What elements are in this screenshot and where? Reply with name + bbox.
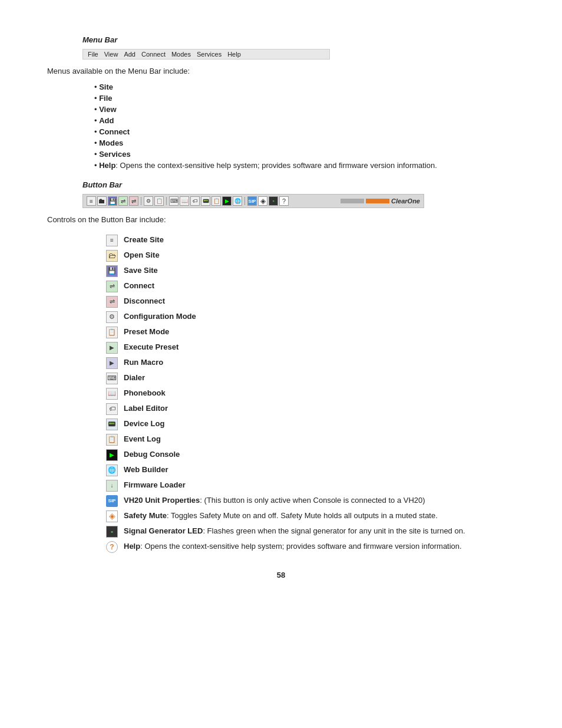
menu-bar-title: Menu Bar [82,35,515,44]
list-item-event-log: 📋 Event Log [106,434,515,446]
button-bar-title: Button Bar [82,180,515,189]
list-item: Add [94,116,515,125]
list-item-debug-console: ▶ Debug Console [106,449,515,461]
menu-bar-image: File View Add Connect Modes Services Hel… [82,49,330,60]
execute-preset-list-icon: ▶ [106,342,118,354]
menu-view[interactable]: View [104,51,118,58]
phonebook-list-icon: 📖 [106,388,118,400]
list-item-firmware-loader: ↓ Firmware Loader [106,480,515,492]
safety-mute-icon[interactable]: ◈ [258,196,267,206]
connect-list-icon: ⇌ [106,281,118,292]
disconnect-list-icon: ⇌ [106,296,118,308]
list-item: View [94,105,515,114]
save-site-list-icon: 💾 [106,265,118,277]
create-site-icon[interactable]: ≡ [87,196,96,206]
menu-intro-text: Menus available on the Menu Bar include: [47,67,515,75]
list-item: Services [94,150,515,159]
event-log-list-icon: 📋 [106,434,118,446]
list-item-open-site: 🗁 Open Site [106,250,515,262]
separator [166,197,167,205]
debug-console-list-icon: ▶ [106,449,118,461]
open-site-icon[interactable]: 🖿 [97,196,107,206]
preset-mode-list-icon: 📋 [106,327,118,338]
list-item-signal-gen: ▪ Signal Generator LED: Flashes green wh… [106,526,515,538]
run-macro-list-icon: ▶ [106,357,118,369]
signal-gen-icon[interactable]: ▪ [269,196,278,206]
button-items-list: ≡ Create Site 🗁 Open Site 💾 Save Site ⇌ … [47,235,515,553]
save-site-icon[interactable]: 💾 [108,196,117,206]
dialer-icon[interactable]: ⌨ [169,196,178,206]
list-item-safety-mute: ◈ Safety Mute: Toggles Safety Mute on an… [106,510,515,522]
connect-icon[interactable]: ⇌ [118,196,128,206]
button-bar-image-container: ≡ 🖿 💾 ⇌ ⇌ ⚙ 📋 ⌨ 📖 🏷 📟 📋 ▶ 🌐 SIP ◈ ▪ ? [82,194,515,208]
list-item-web-builder: 🌐 Web Builder [106,465,515,476]
open-site-list-icon: 🗁 [106,250,118,262]
list-item-execute-preset: ▶ Execute Preset [106,342,515,354]
separator [141,197,141,205]
disconnect-icon[interactable]: ⇌ [129,196,138,206]
list-item: Modes [94,139,515,147]
device-log-icon[interactable]: 📟 [201,196,210,206]
phonebook-icon[interactable]: 📖 [180,196,189,206]
preset-mode-icon[interactable]: 📋 [154,196,164,206]
vh20-list-icon: SIP [106,495,118,507]
debug-icon[interactable]: ▶ [222,196,232,206]
config-mode-icon[interactable]: ⚙ [144,196,153,206]
firmware-loader-list-icon: ↓ [106,480,118,492]
create-site-list-icon: ≡ [106,235,118,246]
page-number: 58 [47,571,515,579]
help-list-icon: ? [106,541,118,553]
config-mode-list-icon: ⚙ [106,311,118,323]
menu-items-list: Site File View Add Connect Modes Service… [47,83,515,170]
event-log-icon[interactable]: 📋 [211,196,221,206]
menu-file[interactable]: File [88,51,98,58]
button-bar-image: ≡ 🖿 💾 ⇌ ⇌ ⚙ 📋 ⌨ 📖 🏷 📟 📋 ▶ 🌐 SIP ◈ ▪ ? [82,194,424,208]
clearone-logo: ClearOne [340,197,420,205]
list-item-save-site: 💾 Save Site [106,265,515,277]
dialer-list-icon: ⌨ [106,373,118,384]
menu-connect[interactable]: Connect [141,51,166,58]
separator [244,197,245,205]
button-bar-section: Button Bar ≡ 🖿 💾 ⇌ ⇌ ⚙ 📋 ⌨ 📖 🏷 📟 📋 ▶ 🌐 S… [47,180,515,553]
controls-intro-text: Controls on the Button Bar include: [47,215,515,224]
list-item-connect: ⇌ Connect [106,281,515,292]
list-item-phonebook: 📖 Phonebook [106,388,515,400]
list-item-preset-mode: 📋 Preset Mode [106,327,515,338]
orange-bar [366,199,389,203]
device-log-list-icon: 📟 [106,419,118,430]
sip-icon[interactable]: SIP [247,196,257,206]
list-item: Help: Opens the context-sensitive help s… [94,161,515,170]
list-item: File [94,94,515,103]
signal-gen-list-icon: ▪ [106,526,118,538]
safety-mute-list-icon: ◈ [106,510,118,522]
list-item-device-log: 📟 Device Log [106,419,515,430]
list-item-config-mode: ⚙ Configuration Mode [106,311,515,323]
list-item-disconnect: ⇌ Disconnect [106,296,515,308]
clearone-text: ClearOne [391,197,420,205]
gray-bar [340,199,364,203]
menu-bar-section: Menu Bar File View Add Connect Modes Ser… [47,35,515,170]
web-builder-icon[interactable]: 🌐 [233,196,242,206]
list-item: Site [94,83,515,91]
list-item-create-site: ≡ Create Site [106,235,515,246]
list-item-help: ? Help: Opens the context-sensitive help… [106,541,515,553]
menu-add[interactable]: Add [124,51,135,58]
help-icon[interactable]: ? [279,196,289,206]
list-item-label-editor: 🏷 Label Editor [106,403,515,415]
list-item-vh20: SIP VH20 Unit Properties: (This button i… [106,495,515,507]
label-editor-icon[interactable]: 🏷 [190,196,200,206]
list-item-run-macro: ▶ Run Macro [106,357,515,369]
list-item-dialer: ⌨ Dialer [106,373,515,384]
menu-modes[interactable]: Modes [171,51,191,58]
list-item: Connect [94,127,515,136]
web-builder-list-icon: 🌐 [106,465,118,476]
label-editor-list-icon: 🏷 [106,403,118,415]
menu-help[interactable]: Help [227,51,241,58]
menu-services[interactable]: Services [197,51,222,58]
